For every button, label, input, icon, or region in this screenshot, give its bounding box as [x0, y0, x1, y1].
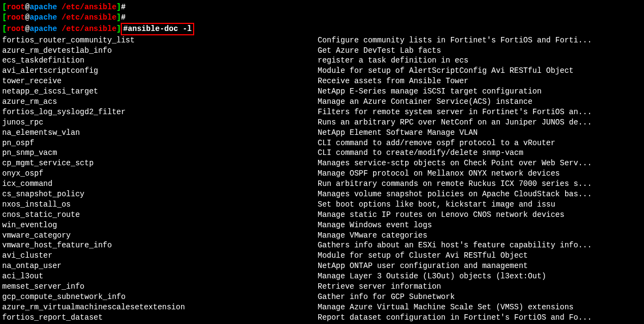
module-name: avi_cluster [2, 251, 318, 261]
module-description: Manages volume snapshot policies on Apac… [318, 189, 642, 200]
module-name: fortios_report_dataset [2, 313, 318, 323]
module-name: netapp_e_iscsi_target [2, 86, 318, 97]
module-name: tower_receive [2, 76, 318, 86]
module-name: vmware_category [2, 230, 318, 241]
prompt-user: root [7, 13, 25, 22]
terminal-output: [root@apache /etc/ansible]#[root@apache … [2, 2, 642, 324]
module-description: register a task definition in ecs [318, 55, 642, 66]
module-name: ecs_taskdefinition [2, 55, 318, 66]
shell-prompt: [root@apache /etc/ansible]# [2, 2, 642, 13]
module-row: na_ontap_userNetApp ONTAP user configura… [2, 261, 642, 271]
prompt-host: apache [29, 13, 57, 22]
module-row: cp_mgmt_service_sctpManages service-sctp… [2, 158, 642, 169]
module-description: CLI command to add/remove ospf protocol … [318, 138, 642, 148]
module-name: fortios_router_community_list [2, 35, 318, 46]
module-row: pn_ospfCLI command to add/remove ospf pr… [2, 138, 642, 148]
module-description: Set boot options like boot, kickstart im… [318, 200, 642, 210]
module-row: icx_commandRun arbitrary commands on rem… [2, 179, 642, 189]
module-name: fortios_log_syslogd2_filter [2, 107, 318, 117]
module-name: na_ontap_user [2, 261, 318, 271]
prompt-hash: # [123, 24, 127, 33]
module-description: Manage Layer 3 Outside (L3Out) objects (… [318, 271, 642, 282]
module-row: ecs_taskdefinitionregister a task defini… [2, 55, 642, 66]
prompt-hash: # [121, 13, 125, 22]
module-row: memset_server_infoRetrieve server inform… [2, 282, 642, 292]
prompt-user: root [7, 3, 25, 11]
shell-prompt: [root@apache /etc/ansible]#ansible-doc -… [2, 23, 642, 35]
module-name: memset_server_info [2, 282, 318, 292]
module-name: azure_rm_acs [2, 97, 318, 107]
module-row: cnos_static_routeManage static IP routes… [2, 210, 642, 220]
module-description: Manage static IP routes on Lenovo CNOS n… [318, 210, 642, 220]
module-name: junos_rpc [2, 117, 318, 128]
module-description: Report dataset configuration in Fortinet… [318, 313, 642, 323]
module-description: NetApp ONTAP user configuration and mana… [318, 261, 642, 271]
module-row: fortios_log_syslogd2_filterFilters for r… [2, 107, 642, 117]
module-row: win_eventlogManage Windows event logs [2, 220, 642, 230]
module-description: Configure community lists in Fortinet's … [318, 35, 642, 46]
module-description: CLI command to create/modify/delete snmp… [318, 148, 642, 158]
module-description: Retrieve server information [318, 282, 642, 292]
module-description: NetApp Element Software Manage VLAN [318, 128, 642, 138]
prompt-host: apache [29, 24, 57, 33]
module-description: Module for setup of Cluster Avi RESTful … [318, 251, 642, 261]
module-name: pn_ospf [2, 138, 318, 148]
module-name: na_elementsw_vlan [2, 128, 318, 138]
module-row: onyx_ospfManage OSPF protocol on Mellano… [2, 169, 642, 179]
module-row: netapp_e_iscsi_targetNetApp E-Series man… [2, 86, 642, 97]
module-description: Module for setup of AlertScriptConfig Av… [318, 66, 642, 76]
module-description: Manage OSPF protocol on Mellanox ONYX ne… [318, 169, 642, 179]
module-description: Gathers info about an ESXi host's featur… [318, 240, 642, 251]
module-row: fortios_router_community_listConfigure c… [2, 35, 642, 46]
module-description: Run arbitrary commands on remote Ruckus … [318, 179, 642, 189]
module-row: pn_snmp_vacmCLI command to create/modify… [2, 148, 642, 158]
module-description: Filters for remote system server in Fort… [318, 107, 642, 117]
prompt-user: root [7, 24, 25, 33]
module-row: avi_clusterModule for setup of Cluster A… [2, 251, 642, 261]
module-name: pn_snmp_vacm [2, 148, 318, 158]
bracket-close: ] [116, 24, 121, 33]
command-text: ansible-doc -l [128, 24, 192, 33]
module-row: azure_rm_virtualmachinescalesetextension… [2, 302, 642, 313]
module-description: Runs an arbitrary RPC over NetConf on an… [318, 117, 642, 128]
module-description: Manages service-sctp objects on Check Po… [318, 158, 642, 169]
module-row: na_elementsw_vlanNetApp Element Software… [2, 128, 642, 138]
module-name: aci_l3out [2, 271, 318, 282]
module-name: onyx_ospf [2, 169, 318, 179]
module-row: vmware_categoryManage VMware categories [2, 230, 642, 241]
module-row: junos_rpcRuns an arbitrary RPC over NetC… [2, 117, 642, 128]
module-row: avi_alertscriptconfigModule for setup of… [2, 66, 642, 76]
module-description: Get Azure DevTest Lab facts [318, 46, 642, 56]
module-row: azure_rm_acsManage an Azure Container Se… [2, 97, 642, 107]
module-description: Manage VMware categories [318, 230, 642, 241]
module-row: gcp_compute_subnetwork_infoGather info f… [2, 292, 642, 302]
prompt-host: apache [29, 3, 57, 11]
module-row: aci_l3outManage Layer 3 Outside (L3Out) … [2, 271, 642, 282]
prompt-path: /etc/ansible [57, 3, 116, 11]
module-name: icx_command [2, 179, 318, 189]
module-name: gcp_compute_subnetwork_info [2, 292, 318, 302]
module-name: nxos_install_os [2, 200, 318, 210]
module-row: fortios_report_datasetReport dataset con… [2, 313, 642, 323]
module-name: azure_rm_virtualmachinescalesetextension [2, 302, 318, 313]
module-description: Manage Windows event logs [318, 220, 642, 230]
module-name: cp_mgmt_service_sctp [2, 158, 318, 169]
module-row: nxos_install_osSet boot options like boo… [2, 200, 642, 210]
prompt-path: /etc/ansible [57, 13, 116, 22]
module-name: win_eventlog [2, 220, 318, 230]
module-description: NetApp E-Series manage iSCSI target conf… [318, 86, 642, 97]
command-input[interactable]: #ansible-doc -l [121, 23, 194, 35]
module-row: vmware_host_feature_infoGathers info abo… [2, 240, 642, 251]
module-row: tower_receiveReceive assets from Ansible… [2, 76, 642, 86]
module-description: Manage an Azure Container Service(ACS) i… [318, 97, 642, 107]
module-description: Manage Azure Virtual Machine Scale Set (… [318, 302, 642, 313]
module-name: cs_snapshot_policy [2, 189, 318, 200]
module-description: Receive assets from Ansible Tower [318, 76, 642, 86]
module-name: vmware_host_feature_info [2, 240, 318, 251]
prompt-hash: # [121, 3, 125, 11]
module-row: azure_rm_devtestlab_infoGet Azure DevTes… [2, 46, 642, 56]
module-name: cnos_static_route [2, 210, 318, 220]
module-row: cs_snapshot_policyManages volume snapsho… [2, 189, 642, 200]
prompt-path: /etc/ansible [57, 24, 116, 33]
shell-prompt: [root@apache /etc/ansible]# [2, 13, 642, 23]
